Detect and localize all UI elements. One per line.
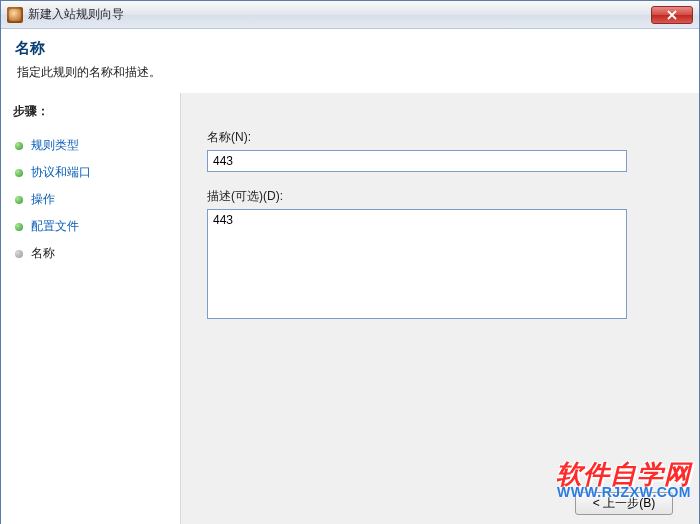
description-input[interactable]: [207, 209, 627, 319]
step-label: 配置文件: [31, 218, 79, 235]
app-icon: [7, 7, 23, 23]
step-label: 规则类型: [31, 137, 79, 154]
page-title: 名称: [15, 39, 685, 58]
window-title: 新建入站规则向导: [28, 6, 124, 23]
wizard-buttons: < 上一步(B): [575, 492, 673, 515]
titlebar: 新建入站规则向导: [1, 1, 699, 29]
name-label: 名称(N):: [207, 129, 665, 146]
bullet-icon: [15, 169, 23, 177]
description-label: 描述(可选)(D):: [207, 188, 665, 205]
steps-sidebar: 步骤： 规则类型 协议和端口 操作 配置文件 名称: [1, 93, 181, 524]
step-name[interactable]: 名称: [11, 240, 170, 267]
step-label: 协议和端口: [31, 164, 91, 181]
bullet-icon: [15, 196, 23, 204]
page-subtitle: 指定此规则的名称和描述。: [15, 64, 685, 81]
bullet-icon: [15, 250, 23, 258]
step-profile[interactable]: 配置文件: [11, 213, 170, 240]
back-button[interactable]: < 上一步(B): [575, 492, 673, 515]
name-input[interactable]: [207, 150, 627, 172]
watermark-title: 软件自学网: [556, 461, 691, 487]
step-protocol-port[interactable]: 协议和端口: [11, 159, 170, 186]
wizard-header: 名称 指定此规则的名称和描述。: [1, 29, 699, 93]
bullet-icon: [15, 223, 23, 231]
step-label: 操作: [31, 191, 55, 208]
step-label: 名称: [31, 245, 55, 262]
close-button[interactable]: [651, 6, 693, 24]
steps-heading: 步骤：: [11, 103, 170, 120]
step-action[interactable]: 操作: [11, 186, 170, 213]
close-icon: [667, 10, 677, 20]
bullet-icon: [15, 142, 23, 150]
content-panel: 名称(N): 描述(可选)(D): < 上一步(B) 软件自学网 WWW.RJZ…: [181, 93, 699, 524]
step-rule-type[interactable]: 规则类型: [11, 132, 170, 159]
